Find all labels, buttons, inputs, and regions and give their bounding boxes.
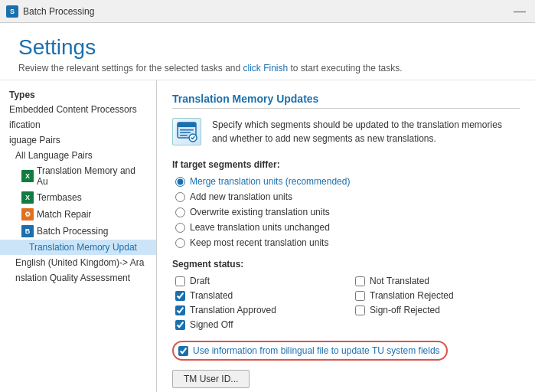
- tm-icon-container: [172, 118, 203, 149]
- radio-overwrite[interactable]: [175, 207, 185, 217]
- checkbox-bilingual[interactable]: [178, 346, 188, 356]
- settings-header: Settings Review the relevant settings fo…: [0, 23, 535, 80]
- checkbox-item-translation-rejected[interactable]: Translation Rejected: [355, 290, 520, 301]
- header-desc-prefix: Review the relevant settings for the sel…: [18, 63, 243, 74]
- sidebar-label-verification: ification: [9, 119, 41, 130]
- titlebar-title: Batch Processing: [23, 6, 94, 17]
- checkbox-translation-approved[interactable]: [175, 305, 185, 315]
- checkbox-item-not-translated[interactable]: Not Translated: [355, 276, 520, 286]
- radio-keep[interactable]: [175, 238, 185, 248]
- svg-rect-5: [180, 135, 188, 136]
- tm-svg-icon: [176, 121, 197, 142]
- checkbox-item-translated[interactable]: Translated: [175, 290, 340, 301]
- orange-icon-match-repair: ⚙: [21, 208, 34, 220]
- radio-item-leave[interactable]: Leave translation units unchanged: [175, 222, 520, 233]
- radio-leave-label[interactable]: Leave translation units unchanged: [190, 222, 330, 233]
- sidebar: Types Embedded Content Processors ificat…: [0, 80, 157, 392]
- sidebar-label-translation-quality: nslation Quality Assessment: [15, 273, 130, 283]
- sidebar-label-language-pairs: iguage Pairs: [9, 135, 60, 145]
- checkbox-item-translation-approved[interactable]: Translation Approved: [175, 305, 340, 315]
- app-icon: S: [6, 5, 18, 18]
- sidebar-item-match-repair[interactable]: ⚙ Match Repair: [0, 206, 156, 223]
- minimize-button[interactable]: —: [511, 5, 529, 18]
- sidebar-item-verification[interactable]: ification: [0, 117, 156, 132]
- sidebar-item-embedded[interactable]: Embedded Content Processors: [0, 102, 156, 117]
- checkbox-signoff-rejected-label[interactable]: Sign-off Rejected: [370, 305, 440, 315]
- checkbox-grid-segment-status: Draft Not Translated Translated Translat…: [172, 276, 520, 330]
- checkbox-not-translated[interactable]: [355, 276, 365, 286]
- titlebar-left: S Batch Processing: [6, 5, 94, 18]
- checkbox-draft-label[interactable]: Draft: [190, 276, 210, 286]
- checkbox-item-draft[interactable]: Draft: [175, 276, 340, 286]
- checkbox-draft[interactable]: [175, 276, 185, 286]
- tm-update-header: Specify which segments should be updated…: [172, 118, 520, 149]
- content-title: Translation Memory Updates: [172, 93, 520, 109]
- radio-add-new-label[interactable]: Add new translation units: [190, 191, 292, 202]
- excel-icon-termbases: X: [21, 191, 34, 204]
- checkbox-translated[interactable]: [175, 291, 185, 301]
- checkbox-translation-rejected-label[interactable]: Translation Rejected: [370, 290, 454, 301]
- sidebar-item-all-language-pairs[interactable]: All Language Pairs: [0, 148, 156, 163]
- blue-icon-batch-processing: B: [21, 225, 34, 237]
- checkbox-signoff-rejected[interactable]: [355, 305, 365, 315]
- sidebar-item-language-pairs[interactable]: iguage Pairs: [0, 132, 156, 148]
- radio-overwrite-label[interactable]: Overwrite existing translation units: [190, 207, 330, 217]
- sidebar-item-translation-quality[interactable]: nslation Quality Assessment: [0, 270, 156, 286]
- sidebar-item-batch-processing[interactable]: B Batch Processing: [0, 223, 156, 240]
- radio-item-overwrite[interactable]: Overwrite existing translation units: [175, 207, 520, 217]
- page-title: Settings: [18, 35, 517, 60]
- radio-keep-label[interactable]: Keep most recent translation units: [190, 237, 328, 248]
- svg-rect-4: [180, 132, 191, 134]
- sidebar-label-termbases: Termbases: [37, 192, 82, 203]
- header-description: Review the relevant settings for the sel…: [18, 63, 517, 74]
- checkbox-item-signoff-rejected[interactable]: Sign-off Rejected: [355, 305, 520, 315]
- radio-merge[interactable]: [175, 177, 185, 187]
- sidebar-item-tm-update[interactable]: Translation Memory Updat: [0, 240, 156, 255]
- sidebar-item-english-uk[interactable]: English (United Kingdom)-> Ara: [0, 255, 156, 270]
- if-target-differs-label: If target segments differ:: [172, 159, 520, 170]
- finish-link[interactable]: click Finish: [243, 63, 289, 74]
- sidebar-section-types: Types: [0, 87, 156, 102]
- checkbox-translated-label[interactable]: Translated: [190, 290, 233, 301]
- svg-rect-3: [180, 129, 194, 131]
- tm-icon-image: [172, 118, 201, 145]
- titlebar: S Batch Processing —: [0, 0, 535, 23]
- content-panel: Translation Memory Updates Spe: [157, 80, 535, 392]
- radio-merge-label[interactable]: Merge translation units (recommended): [190, 176, 350, 187]
- main-content: Types Embedded Content Processors ificat…: [0, 80, 535, 392]
- checkbox-translation-approved-label[interactable]: Translation Approved: [190, 305, 276, 315]
- sidebar-label-match-repair: Match Repair: [37, 209, 91, 220]
- tm-description: Specify which segments should be updated…: [212, 118, 520, 145]
- sidebar-label-embedded: Embedded Content Processors: [9, 104, 137, 115]
- radio-group-target-differs: Merge translation units (recommended) Ad…: [172, 176, 520, 248]
- radio-item-merge[interactable]: Merge translation units (recommended): [175, 176, 520, 187]
- bilingual-row: Use information from bilingual file to u…: [172, 341, 520, 361]
- bilingual-checkbox-wrapper[interactable]: Use information from bilingual file to u…: [172, 341, 448, 361]
- sidebar-label-all-language-pairs: All Language Pairs: [15, 150, 93, 161]
- segment-status-label: Segment status:: [172, 259, 520, 270]
- bilingual-label[interactable]: Use information from bilingual file to u…: [193, 345, 440, 356]
- sidebar-label-tm-and-au: Translation Memory and Au: [37, 165, 147, 187]
- checkbox-signed-off[interactable]: [175, 320, 185, 330]
- checkbox-not-translated-label[interactable]: Not Translated: [370, 276, 429, 286]
- radio-leave[interactable]: [175, 223, 185, 233]
- checkbox-item-signed-off[interactable]: Signed Off: [175, 319, 340, 330]
- header-desc-suffix: to start executing the tasks.: [288, 63, 402, 74]
- radio-add-new[interactable]: [175, 192, 185, 202]
- tm-user-id-row: TM User ID...: [172, 370, 520, 388]
- sidebar-label-english-uk: English (United Kingdom)-> Ara: [15, 257, 144, 268]
- sidebar-item-tm-and-au[interactable]: X Translation Memory and Au: [0, 163, 156, 189]
- tm-user-id-button[interactable]: TM User ID...: [172, 370, 250, 388]
- svg-rect-2: [178, 126, 196, 127]
- excel-icon-tm: X: [21, 170, 34, 182]
- checkbox-signed-off-label[interactable]: Signed Off: [190, 319, 233, 330]
- sidebar-label-batch-processing: Batch Processing: [37, 226, 108, 237]
- checkbox-translation-rejected[interactable]: [355, 291, 365, 301]
- sidebar-label-tm-update: Translation Memory Updat: [29, 242, 137, 253]
- radio-item-keep-recent[interactable]: Keep most recent translation units: [175, 237, 520, 248]
- sidebar-item-termbases[interactable]: X Termbases: [0, 189, 156, 206]
- radio-item-add-new[interactable]: Add new translation units: [175, 191, 520, 202]
